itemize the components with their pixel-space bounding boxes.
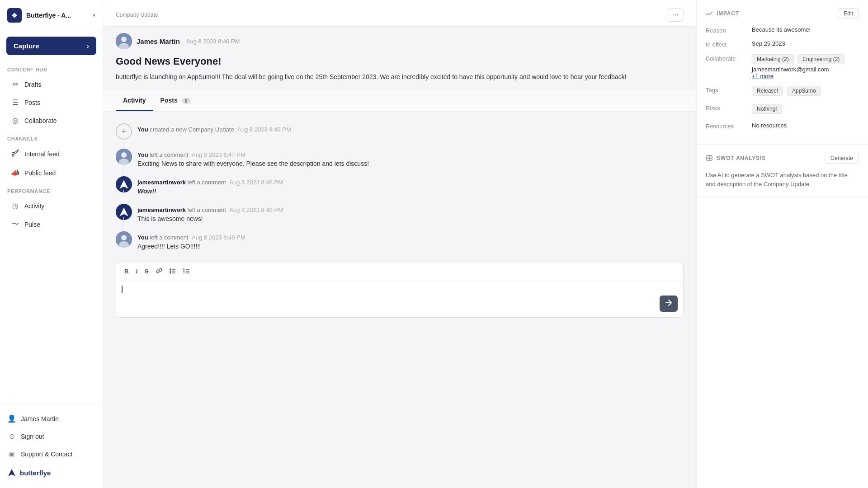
impact-panel: IMPACT Edit Reason Because its awesome! …: [696, 0, 868, 488]
post-title: Good News Everyone!: [103, 52, 696, 72]
activity-item: jamesmartinwork left a comment Aug 8 202…: [116, 172, 684, 199]
impact-reason-row: Reason Because its awesome!: [706, 26, 859, 34]
activity-meta: You left a comment Aug 8 2023 8:49 PM: [137, 234, 684, 241]
ordered-list-button[interactable]: 1. 2. 3.: [180, 266, 192, 277]
impact-in-effect-value: Sep 25 2023: [752, 40, 859, 47]
collaborate-tag-engineering: Engineering (2): [797, 54, 844, 64]
collaborate-icon: ◎: [11, 116, 20, 125]
swot-title: SWOT ANALYSIS: [706, 155, 766, 162]
activity-icon: ◷: [11, 202, 20, 210]
svg-point-6: [121, 152, 127, 158]
performance-label: PERFORMANCE: [0, 182, 103, 197]
activity-meta: You created a new Company Update Aug 8 2…: [137, 126, 684, 133]
content-hub-section: CONTENT HUB ✏ Drafts ☰ Posts ◎ Collabora…: [0, 61, 103, 130]
swot-section: SWOT ANALYSIS Generate Use AI to generat…: [697, 145, 868, 197]
impact-edit-button[interactable]: Edit: [838, 8, 859, 19]
activity-item: jamesmartinwork left a comment Aug 8 202…: [116, 199, 684, 227]
sidebar-item-pulse[interactable]: 〜 Pulse: [4, 215, 99, 234]
activity-comment: This is awesome news!: [137, 215, 684, 222]
support-contact-item[interactable]: ◉ Support & Contact: [0, 445, 103, 463]
activity-content: jamesmartinwork left a comment Aug 8 202…: [137, 176, 684, 195]
sidebar-item-drafts[interactable]: ✏ Drafts: [4, 75, 99, 93]
brand-logo: butterflye: [0, 463, 103, 483]
impact-title: IMPACT: [706, 10, 739, 17]
activity-comment: Agreed!!!! Lets GO!!!!!!: [137, 243, 684, 250]
user-profile[interactable]: 👤 James Martin: [0, 410, 103, 427]
content-area: Company Update ··· James Martin Aug 8 20…: [103, 0, 868, 488]
tag-appsumo: AppSumo: [787, 86, 821, 96]
impact-in-effect-label: In effect: [706, 40, 746, 48]
sidebar-item-public-feed[interactable]: 📣 Public feed: [4, 164, 99, 182]
sidebar-item-activity[interactable]: ◷ Activity: [4, 197, 99, 215]
link-button[interactable]: [153, 266, 165, 277]
post-author-name: James Martin: [137, 38, 180, 45]
italic-button[interactable]: I: [133, 266, 140, 277]
svg-point-9: [121, 235, 127, 240]
impact-risks-row: Risks Nothing!: [706, 104, 859, 116]
activity-meta: jamesmartinwork left a comment Aug 8 202…: [137, 206, 684, 213]
collaborate-more-link[interactable]: +1 more: [752, 73, 774, 80]
impact-tags-label: Tags: [706, 86, 746, 94]
sidebar-footer: 👤 James Martin ⊙ Sign out ◉ Support & Co…: [0, 404, 103, 488]
risk-tag: Nothing!: [752, 104, 782, 114]
impact-reason-value: Because its awesome!: [752, 26, 859, 33]
user-icon: 👤: [7, 414, 16, 423]
activity-content: You left a comment Aug 8 2023 8:49 PM Ag…: [137, 231, 684, 250]
performance-section: PERFORMANCE ◷ Activity 〜 Pulse: [0, 182, 103, 234]
comment-text-area[interactable]: [116, 281, 683, 317]
text-cursor: [122, 286, 123, 293]
activity-item: + You created a new Company Update Aug 8…: [116, 119, 684, 144]
svg-text:3.: 3.: [183, 271, 185, 274]
activity-content: jamesmartinwork left a comment Aug 8 202…: [137, 204, 684, 222]
chevron-down-icon: ▾: [93, 12, 95, 19]
app-header[interactable]: Butterflye - A... ▾: [0, 0, 103, 31]
tab-activity[interactable]: Activity: [116, 90, 153, 111]
capture-button[interactable]: Capture ›: [6, 37, 96, 55]
more-options-button[interactable]: ···: [668, 8, 684, 22]
sidebar-item-posts[interactable]: ☰ Posts: [4, 94, 99, 111]
bullet-list-button[interactable]: [167, 266, 179, 277]
app-name: Butterflye - A...: [26, 12, 88, 19]
sidebar-item-internal-feed[interactable]: Internal feed: [4, 145, 99, 164]
impact-reason-label: Reason: [706, 26, 746, 34]
arrow-right-icon: ›: [87, 42, 89, 50]
activity-comment: Wow!!: [137, 188, 684, 195]
impact-risks-value: Nothing!: [752, 104, 859, 116]
activity-meta: You left a comment Aug 8 2023 8:47 PM: [137, 151, 684, 158]
strikethrough-button[interactable]: S: [142, 266, 151, 277]
activity-item: You left a comment Aug 8 2023 8:49 PM Ag…: [116, 227, 684, 254]
posts-badge: 0: [182, 98, 191, 104]
bold-button[interactable]: B: [122, 266, 131, 277]
svg-point-3: [121, 37, 127, 42]
post-header-bar: Company Update ···: [103, 0, 696, 27]
activity-content: You left a comment Aug 8 2023 8:47 PM Ex…: [137, 149, 684, 167]
posts-icon: ☰: [11, 98, 20, 107]
activity-avatar: [116, 149, 132, 165]
add-activity-button[interactable]: +: [116, 123, 132, 140]
swot-generate-button[interactable]: Generate: [825, 153, 859, 164]
feed-section: Company Update ··· James Martin Aug 8 20…: [103, 0, 696, 488]
svg-point-12: [170, 271, 171, 272]
comment-input-wrapper: [116, 281, 683, 317]
impact-header: IMPACT Edit: [706, 8, 859, 19]
internal-feed-icon: [11, 149, 20, 159]
svg-point-11: [170, 269, 171, 270]
send-comment-button[interactable]: [660, 296, 678, 312]
activity-avatar: [116, 176, 132, 192]
public-feed-icon: 📣: [11, 169, 20, 177]
signout-icon: ⊙: [7, 432, 16, 441]
impact-tags-value: Release! AppSumo: [752, 86, 859, 98]
sign-out-item[interactable]: ⊙ Sign out: [0, 427, 103, 445]
post-timestamp: Aug 8 2023 8:46 PM: [186, 38, 240, 45]
activity-meta: jamesmartinwork left a comment Aug 8 202…: [137, 179, 684, 186]
collaborate-tag-marketing: Marketing (2): [752, 54, 794, 64]
sidebar-item-collaborate[interactable]: ◎ Collaborate: [4, 112, 99, 129]
activity-avatar: [116, 204, 132, 220]
tab-posts[interactable]: Posts 0: [153, 90, 198, 111]
swot-description: Use AI to generate a SWOT analysis based…: [706, 171, 859, 188]
tag-release: Release!: [752, 86, 783, 96]
support-icon: ◉: [7, 450, 16, 458]
activity-comment: Exciting News to share with everyone. Pl…: [137, 160, 684, 167]
activity-feed: + You created a new Company Update Aug 8…: [103, 112, 696, 262]
impact-collaborate-label: Collaborate: [706, 54, 746, 62]
